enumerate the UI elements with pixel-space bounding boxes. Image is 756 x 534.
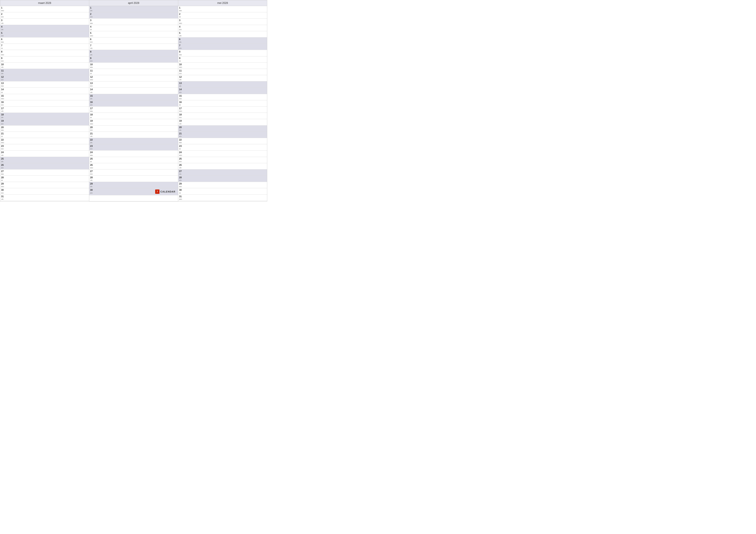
day-number-1-19: 20 xyxy=(90,126,95,129)
day-number-0-0: 1 xyxy=(1,7,6,9)
day-row-0-27: 28DI xyxy=(0,176,89,182)
day-row-2-29: 30DI xyxy=(178,188,267,194)
day-name-2-11: VR xyxy=(179,79,184,81)
day-number-2-19: 20 xyxy=(179,126,184,129)
day-name-0-18: ZO xyxy=(1,123,6,125)
day-name-1-26: DO xyxy=(90,173,95,175)
day-name-2-5: ZA xyxy=(179,41,184,43)
day-number-2-2: 3 xyxy=(179,19,184,22)
day-name-0-26: MA xyxy=(1,173,6,175)
day-name-1-4: WO xyxy=(90,35,95,37)
day-row-0-19: 20MA xyxy=(0,126,89,132)
day-number-0-23: 24 xyxy=(1,151,6,154)
day-name-0-7: WO xyxy=(1,54,6,56)
day-row-2-4: 5VR xyxy=(178,31,267,38)
calendar-logo-text: CALENDAR xyxy=(160,191,176,193)
day-number-1-16: 17 xyxy=(90,107,95,110)
day-row-1-15: 16ZO xyxy=(89,100,178,107)
day-name-1-1: ZO xyxy=(90,16,95,18)
day-name-2-15: DI xyxy=(179,104,184,106)
day-name-2-20: ZO xyxy=(179,136,184,138)
day-number-0-4: 5 xyxy=(1,32,6,35)
month-column-0: maart 20281WO2DO3VR4ZA5ZO6MA7DI8WO9DO10V… xyxy=(0,0,89,201)
day-name-2-14: MA xyxy=(179,98,184,100)
day-number-2-28: 29 xyxy=(179,182,184,185)
day-row-2-7: 8MA xyxy=(178,50,267,56)
day-row-2-15: 16DI xyxy=(178,100,267,107)
day-row-2-0: 1MA xyxy=(178,6,267,12)
day-number-2-9: 10 xyxy=(179,63,184,66)
day-name-0-5: MA xyxy=(1,41,6,43)
day-number-0-1: 2 xyxy=(1,13,6,15)
month-header-0: maart 2028 xyxy=(0,0,89,6)
day-row-0-14: 15WO xyxy=(0,94,89,100)
day-name-0-12: MA xyxy=(1,85,6,87)
day-name-0-25: ZO xyxy=(1,167,6,169)
day-row-2-3: 4DO xyxy=(178,25,267,31)
day-row-1-14: 15ZA xyxy=(89,94,178,100)
day-name-0-23: VR xyxy=(1,154,6,156)
day-name-2-25: VR xyxy=(179,167,184,169)
day-number-0-16: 17 xyxy=(1,107,6,110)
day-number-0-7: 8 xyxy=(1,50,6,53)
day-name-1-29: ZO xyxy=(90,192,95,194)
day-row-0-24: 25ZA xyxy=(0,157,89,163)
day-name-2-23: WO xyxy=(179,154,184,156)
day-row-1-25: 26WO xyxy=(89,163,178,169)
day-number-2-11: 12 xyxy=(179,76,184,78)
day-number-1-3: 4 xyxy=(90,25,95,28)
day-number-1-1: 2 xyxy=(90,13,95,15)
day-number-1-2: 3 xyxy=(90,19,95,22)
day-number-1-14: 15 xyxy=(90,94,95,97)
day-number-1-5: 6 xyxy=(90,38,95,41)
day-row-0-0: 1WO xyxy=(0,6,89,12)
day-number-0-13: 14 xyxy=(1,88,6,91)
day-row-0-28: 29WO xyxy=(0,182,89,188)
day-number-2-26: 27 xyxy=(179,170,184,173)
day-name-0-14: WO xyxy=(1,98,6,100)
day-name-1-27: VR xyxy=(90,179,95,181)
day-number-0-29: 30 xyxy=(1,189,6,191)
day-row-0-11: 12ZO xyxy=(0,75,89,81)
day-number-2-3: 4 xyxy=(179,25,184,28)
day-row-1-18: 19WO xyxy=(89,119,178,125)
day-row-0-2: 3VR xyxy=(0,18,89,25)
day-row-1-22: 23ZO xyxy=(89,144,178,150)
day-number-1-17: 18 xyxy=(90,113,95,116)
day-row-2-13: 14ZO xyxy=(178,88,267,94)
day-number-1-12: 13 xyxy=(90,82,95,85)
day-row-2-9: 10WO xyxy=(178,63,267,69)
day-row-0-10: 11ZA xyxy=(0,69,89,75)
day-name-1-14: ZA xyxy=(90,98,95,100)
day-name-1-0: ZA xyxy=(90,10,95,12)
day-number-0-9: 10 xyxy=(1,63,6,66)
day-row-1-27: 28VR xyxy=(89,176,178,182)
day-row-1-17: 18DI xyxy=(89,113,178,119)
day-number-2-0: 1 xyxy=(179,7,184,9)
day-row-0-25: 26ZO xyxy=(0,163,89,169)
day-name-2-26: ZA xyxy=(179,173,184,175)
day-name-0-3: ZA xyxy=(1,29,6,31)
day-row-2-21: 22MA xyxy=(178,138,267,144)
day-name-1-16: MA xyxy=(90,110,95,112)
month-column-1: april 20281ZA2ZO3MA4DI5WO6DO7VR8ZA9ZO10M… xyxy=(89,0,178,201)
day-number-0-11: 12 xyxy=(1,76,6,78)
day-number-2-16: 17 xyxy=(179,107,184,110)
day-name-2-7: MA xyxy=(179,54,184,56)
day-number-2-13: 14 xyxy=(179,88,184,91)
day-row-2-26: 27ZA xyxy=(178,169,267,176)
day-number-1-18: 19 xyxy=(90,119,95,122)
day-name-2-18: VR xyxy=(179,123,184,125)
day-number-1-11: 12 xyxy=(90,76,95,78)
day-name-0-28: WO xyxy=(1,186,6,188)
day-number-2-24: 25 xyxy=(179,157,184,160)
day-number-1-22: 23 xyxy=(90,145,95,147)
day-name-2-6: ZO xyxy=(179,47,184,49)
day-row-0-22: 23DO xyxy=(0,144,89,150)
day-name-0-6: DI xyxy=(1,47,6,49)
day-row-1-19: 20DO xyxy=(89,126,178,132)
day-name-2-19: ZA xyxy=(179,129,184,131)
day-name-1-6: VR xyxy=(90,47,95,49)
day-row-2-5: 6ZA xyxy=(178,38,267,44)
day-number-0-30: 31 xyxy=(1,195,6,198)
